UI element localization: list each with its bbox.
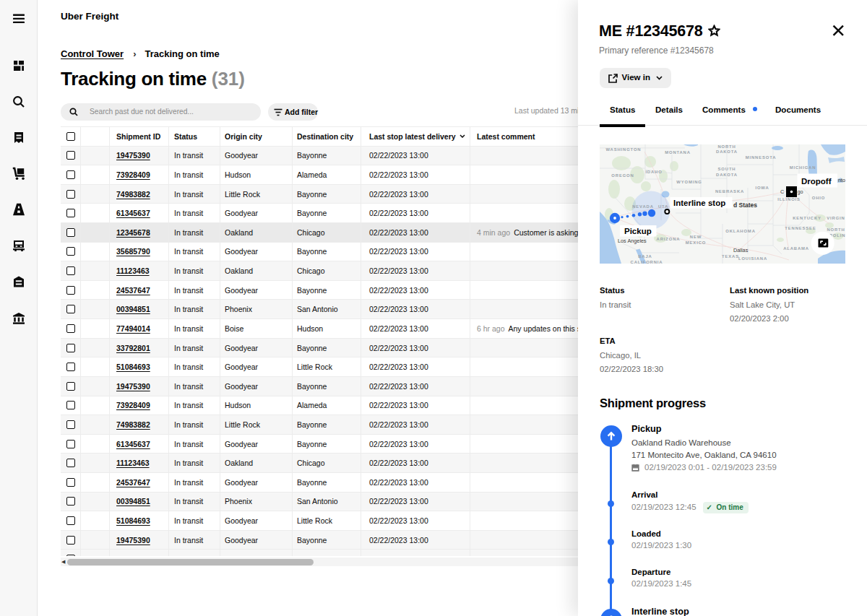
svg-text:Pickup: Pickup	[624, 227, 652, 235]
svg-text:NORTH: NORTH	[827, 227, 845, 232]
svg-text:NEW: NEW	[690, 235, 702, 239]
svg-text:TENNESSEE: TENNESSEE	[785, 226, 816, 230]
svg-text:go: go	[798, 188, 803, 195]
svg-text:UTA: UTA	[658, 204, 668, 209]
svg-text:NEVADA: NEVADA	[632, 204, 654, 209]
svg-text:KENTUCKY: KENTUCKY	[793, 216, 821, 220]
svg-text:MINNESOTA: MINNESOTA	[746, 155, 777, 160]
svg-text:ALABAMA: ALABAMA	[783, 246, 809, 251]
svg-text:WASHINGTON: WASHINGTON	[606, 147, 642, 152]
svg-text:OHIO: OHIO	[812, 196, 825, 200]
svg-text:DAKOTA: DAKOTA	[716, 149, 738, 154]
svg-text:C: C	[780, 188, 784, 195]
svg-text:LOUISIANA: LOUISIANA	[738, 256, 767, 261]
svg-text:OREGON: OREGON	[611, 173, 634, 178]
svg-text:IOWA: IOWA	[755, 186, 769, 190]
svg-text:IDAHO: IDAHO	[645, 170, 662, 174]
svg-text:d States: d States	[733, 201, 757, 209]
svg-text:MICHIGAN: MICHIGAN	[790, 165, 816, 170]
svg-text:MONTANA: MONTANA	[665, 150, 691, 155]
svg-text:Interline stop: Interline stop	[673, 199, 725, 207]
svg-text:DAKOTA: DAKOTA	[716, 173, 738, 177]
svg-text:CALIFORNIA: CALIFORNIA	[631, 260, 663, 264]
svg-text:ARIZONA: ARIZONA	[657, 237, 681, 241]
svg-text:Dropoff: Dropoff	[801, 177, 832, 186]
svg-text:SOUTH: SOUTH	[718, 167, 736, 171]
svg-text:BAJA: BAJA	[638, 254, 652, 259]
svg-text:nto: nto	[838, 177, 845, 183]
svg-text:MEXICO: MEXICO	[686, 240, 706, 245]
svg-text:ILLINOIS: ILLINOIS	[777, 197, 801, 201]
svg-text:NORTH: NORTH	[717, 144, 736, 149]
svg-text:OKLAHOMA: OKLAHOMA	[725, 229, 756, 233]
svg-text:Dallas: Dallas	[733, 247, 749, 253]
svg-text:VIRGIN: VIRGIN	[827, 216, 845, 220]
svg-text:TEXAS: TEXAS	[722, 254, 739, 259]
svg-text:WYOMING: WYOMING	[676, 180, 702, 184]
svg-text:Los Angeles: Los Angeles	[618, 238, 647, 244]
svg-text:NEBRASKA: NEBRASKA	[715, 189, 744, 194]
